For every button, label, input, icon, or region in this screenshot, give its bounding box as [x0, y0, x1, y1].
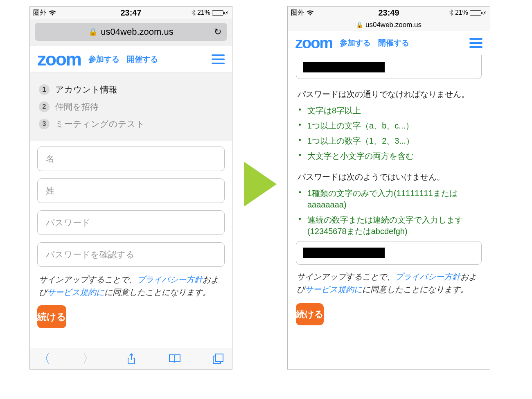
pw-rule: 1つ以上の文字（a、b、c...）	[298, 120, 482, 131]
status-bar: 圏外 23:49 21% ⚡︎	[288, 7, 490, 19]
wifi-icon	[307, 10, 314, 16]
zoom-header: zoom 参加する 開催する	[288, 31, 490, 55]
redacted-password	[303, 62, 385, 72]
lock-icon: 🔒	[356, 22, 363, 28]
pw-not-rule: 1種類の文字のみで入力(11111111またはaaaaaaaa)	[298, 187, 482, 210]
signup-steps: 1 アカウント情報 2 仲間を招待 3 ミーティングのテスト	[30, 73, 232, 141]
continue-button[interactable]: 続ける	[37, 305, 66, 328]
signup-disclaimer: サインアップすることで、プライバシー方針およびサービス規約にに同意したことになり…	[296, 265, 482, 298]
zoom-header: zoom 参加する 開催する	[30, 46, 232, 73]
bookmarks-icon[interactable]	[169, 354, 181, 364]
menu-icon[interactable]	[212, 54, 225, 64]
join-link[interactable]: 参加する	[88, 54, 119, 65]
forward-icon: 〉	[82, 350, 95, 367]
step-num: 1	[39, 84, 50, 95]
back-icon[interactable]: 〈	[38, 350, 50, 367]
url-field[interactable]: 🔒 us04web.zoom.us ↻	[35, 23, 227, 41]
password-must-not-list: 1種類の文字のみで入力(11111111またはaaaaaaaa) 連続の数字また…	[296, 187, 482, 237]
battery-icon	[212, 10, 223, 16]
phone-left: 圏外 23:47 21% ⚡︎ 🔒 us04web.zoom.us ↻ zoom…	[29, 6, 232, 370]
charging-icon: ⚡︎	[483, 10, 487, 16]
password-input[interactable]	[37, 210, 225, 235]
bluetooth-icon	[449, 9, 453, 16]
step-label: アカウント情報	[55, 84, 117, 95]
lock-icon: 🔒	[88, 27, 97, 36]
carrier-label: 圏外	[33, 9, 46, 17]
safari-condensed-url[interactable]: 🔒 us04web.zoom.us	[288, 19, 490, 31]
last-name-input[interactable]	[37, 178, 225, 203]
zoom-logo[interactable]: zoom	[295, 35, 332, 51]
privacy-link[interactable]: プライバシー方針	[137, 275, 203, 284]
step-num: 3	[39, 119, 50, 129]
reload-icon[interactable]: ↻	[214, 27, 221, 37]
password-confirm-input-filled[interactable]	[296, 241, 482, 265]
tos-link[interactable]: サービス規約に	[47, 288, 104, 297]
carrier-label: 圏外	[291, 9, 304, 17]
bluetooth-icon	[192, 9, 196, 16]
battery-icon	[470, 10, 481, 16]
battery-percent: 21%	[455, 9, 468, 16]
privacy-link[interactable]: プライバシー方針	[395, 272, 460, 281]
safari-url-bar: 🔒 us04web.zoom.us ↻	[30, 19, 232, 46]
continue-button[interactable]: 続ける	[296, 303, 324, 325]
password-must-heading: パスワードは次の通りでなければなりません。	[298, 88, 480, 101]
safari-toolbar: 〈 〉	[30, 348, 232, 369]
phone-right: 圏外 23:49 21% ⚡︎ 🔒 us04web.zoom.us zoom 参…	[287, 6, 490, 370]
pw-rule: 文字は8字以上	[298, 105, 482, 116]
join-link[interactable]: 参加する	[340, 38, 371, 48]
wifi-icon	[49, 10, 56, 16]
zoom-logo[interactable]: zoom	[37, 50, 81, 68]
svg-rect-1	[216, 354, 223, 361]
signup-form	[30, 141, 232, 269]
pw-rule: 大文字と小文字の両方を含む	[298, 150, 482, 162]
password-requirements-view: パスワードは次の通りでなければなりません。 文字は8字以上 1つ以上の文字（a、…	[288, 55, 490, 328]
share-icon[interactable]	[126, 353, 137, 365]
step-test-meeting: 3 ミーティングのテスト	[39, 115, 223, 133]
password-must-list: 文字は8字以上 1つ以上の文字（a、b、c...） 1つ以上の数字（1、2、3.…	[296, 105, 482, 162]
signup-disclaimer: サインアップすることで、プライバシー方針およびサービス規約にに同意したことになり…	[30, 269, 232, 301]
password-confirm-input[interactable]	[37, 242, 225, 267]
transition-arrow-icon	[244, 162, 277, 207]
step-invite: 2 仲間を招待	[39, 98, 223, 115]
step-label: ミーティングのテスト	[55, 118, 145, 130]
url-text: us04web.zoom.us	[101, 27, 173, 37]
redacted-password	[303, 248, 385, 258]
host-link[interactable]: 開催する	[127, 54, 158, 65]
status-bar: 圏外 23:47 21% ⚡︎	[30, 7, 232, 19]
password-must-not-heading: パスワードは次のようではいけません。	[298, 171, 480, 183]
first-name-input[interactable]	[37, 147, 225, 171]
tabs-icon[interactable]	[212, 354, 224, 364]
step-label: 仲間を招待	[55, 101, 99, 113]
host-link[interactable]: 開催する	[378, 38, 409, 48]
pw-rule: 1つ以上の数字（1、2、3...）	[298, 135, 482, 147]
url-text: us04web.zoom.us	[365, 21, 422, 29]
charging-icon: ⚡︎	[225, 10, 229, 16]
tos-link[interactable]: サービス規約に	[305, 285, 362, 294]
step-num: 2	[39, 101, 50, 112]
password-input-filled[interactable]	[296, 55, 482, 79]
menu-icon[interactable]	[469, 38, 482, 48]
pw-not-rule: 連続の数字または連続の文字で入力します(12345678またはabcdefgh)	[298, 214, 482, 237]
step-account: 1 アカウント情報	[39, 81, 223, 98]
battery-percent: 21%	[197, 9, 210, 16]
